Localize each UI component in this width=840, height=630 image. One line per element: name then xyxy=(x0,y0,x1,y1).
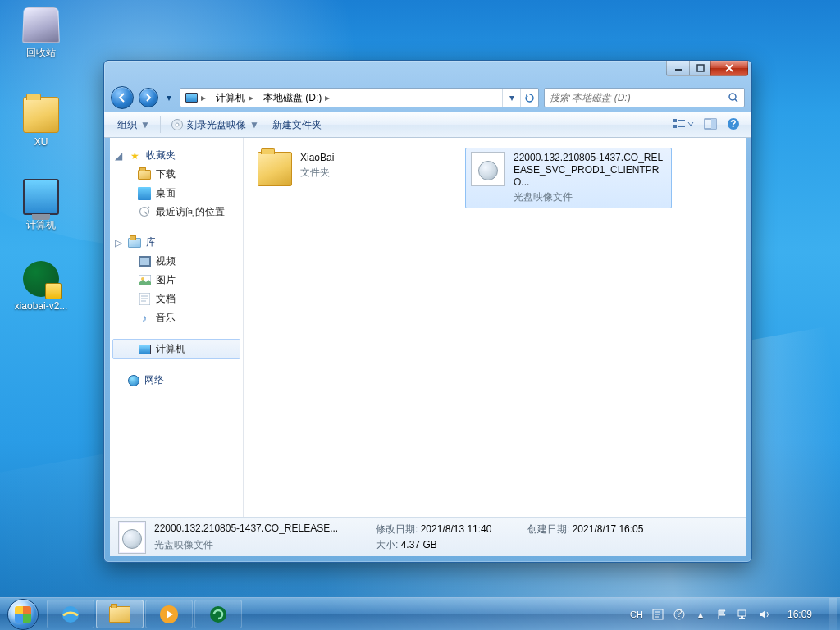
address-dropdown[interactable]: ▾ xyxy=(502,89,520,107)
details-modified: 2021/8/13 11:40 xyxy=(421,523,492,535)
recent-icon xyxy=(138,206,151,219)
show-desktop-button[interactable] xyxy=(829,598,837,630)
nav-documents[interactable]: 文档 xyxy=(110,290,243,308)
minimize-icon xyxy=(674,64,682,72)
network-tray-icon[interactable] xyxy=(737,608,750,621)
taskbar-media-player[interactable] xyxy=(145,600,193,628)
disc-image-icon xyxy=(118,521,146,554)
breadcrumb-root[interactable]: 计算机 xyxy=(216,91,245,105)
nav-network-header[interactable]: ▷网络 xyxy=(110,371,243,390)
desktop-icon-label: 回收站 xyxy=(10,46,72,60)
desktop-icon-label: 计算机 xyxy=(10,218,72,232)
folder-icon xyxy=(109,606,130,623)
svg-rect-6 xyxy=(673,125,677,128)
tray-expand-icon[interactable]: ▴ xyxy=(694,608,707,621)
svg-rect-8 xyxy=(678,126,685,127)
action-flag-icon[interactable] xyxy=(715,608,728,621)
app-icon xyxy=(23,261,59,297)
toolbar-organize-label: 组织 xyxy=(117,118,137,132)
system-tray: CH ? ▴ 16:09 xyxy=(627,598,840,630)
nav-libraries-header[interactable]: ▷库 xyxy=(110,233,243,252)
ime-indicator[interactable]: CH xyxy=(630,609,643,619)
desktop-icon-label: XU xyxy=(10,136,72,148)
nav-back-button[interactable] xyxy=(111,86,134,109)
toolbar-preview-button[interactable] xyxy=(699,117,722,133)
folder-icon xyxy=(138,170,151,180)
start-button[interactable] xyxy=(0,598,46,630)
nav-desktop[interactable]: 桌面 xyxy=(110,184,243,203)
search-input[interactable] xyxy=(550,92,728,103)
nav-forward-button[interactable] xyxy=(139,88,158,107)
nav-recent[interactable]: 最近访问的位置 xyxy=(110,203,243,221)
taskbar-explorer[interactable] xyxy=(96,600,144,628)
close-icon xyxy=(724,64,734,72)
help-icon: ? xyxy=(727,117,740,130)
nav-videos[interactable]: 视频 xyxy=(110,252,243,271)
taskbar[interactable]: CH ? ▴ 16:09 xyxy=(0,597,840,630)
address-bar[interactable]: ▸ 计算机▸ 本地磁盘 (D:)▸ ▾ xyxy=(180,88,539,107)
nav-music[interactable]: ♪音乐 xyxy=(110,308,243,327)
svg-rect-5 xyxy=(673,119,677,122)
titlebar[interactable] xyxy=(104,61,751,84)
window-body: ◢★收藏夹 下载 桌面 最近访问的位置 ▷库 视频 图片 文档 ♪音乐 计算机 … xyxy=(110,138,746,517)
arrow-left-icon xyxy=(117,93,127,103)
details-size: 4.37 GB xyxy=(401,539,437,550)
view-icon xyxy=(673,117,694,130)
file-name: XiaoBai xyxy=(300,152,453,164)
file-type: 文件夹 xyxy=(300,166,453,180)
svg-text:?: ? xyxy=(730,118,736,130)
toolbar-burn[interactable]: 刻录光盘映像 ▼ xyxy=(164,112,266,137)
file-item-folder[interactable]: XiaoBai 文件夹 xyxy=(252,148,459,190)
taskbar-clock[interactable]: 16:09 xyxy=(779,609,820,620)
folder-icon xyxy=(23,97,59,133)
details-name: 22000.132.210805-1437.CO_RELEASE... xyxy=(154,523,376,536)
taskbar-app[interactable] xyxy=(194,600,242,628)
close-button[interactable] xyxy=(710,61,748,76)
file-type: 光盘映像文件 xyxy=(514,190,666,204)
refresh-button[interactable] xyxy=(520,89,538,107)
nav-history-dropdown[interactable]: ▾ xyxy=(163,89,175,106)
desktop-icon-computer[interactable]: 计算机 xyxy=(10,179,72,232)
desktop-icon-xiaobai[interactable]: xiaobai-v2... xyxy=(10,261,72,312)
nav-pictures[interactable]: 图片 xyxy=(110,271,243,290)
nav-downloads[interactable]: 下载 xyxy=(110,165,243,184)
nav-computer[interactable]: 计算机 xyxy=(112,339,240,359)
nav-favorites-header[interactable]: ◢★收藏夹 xyxy=(110,146,243,165)
svg-rect-1 xyxy=(697,65,704,71)
svg-rect-25 xyxy=(738,610,746,616)
nav-pane[interactable]: ◢★收藏夹 下载 桌面 最近访问的位置 ▷库 视频 图片 文档 ♪音乐 计算机 … xyxy=(110,138,244,517)
ime-options-icon[interactable] xyxy=(651,608,664,621)
disc-image-icon xyxy=(471,152,505,186)
toolbar: 组织 ▼ 刻录光盘映像 ▼ 新建文件夹 ? xyxy=(104,112,751,138)
computer-icon xyxy=(139,345,151,354)
toolbar-organize[interactable]: 组织 ▼ xyxy=(111,112,157,137)
document-icon xyxy=(138,293,151,306)
breadcrumb-drive[interactable]: 本地磁盘 (D:) xyxy=(263,91,322,105)
svg-rect-10 xyxy=(711,119,716,129)
minimize-button[interactable] xyxy=(666,61,690,76)
file-list[interactable]: XiaoBai 文件夹 22000.132.210805-1437.CO_REL… xyxy=(244,138,746,517)
toolbar-newfolder[interactable]: 新建文件夹 xyxy=(266,112,328,137)
preview-pane-icon xyxy=(704,117,717,130)
toolbar-view-button[interactable] xyxy=(668,117,699,133)
explorer-window: ▾ ▸ 计算机▸ 本地磁盘 (D:)▸ ▾ 组织 ▼ 刻录光盘映像 ▼ 新建文件… xyxy=(103,60,752,563)
svg-rect-0 xyxy=(675,69,682,71)
file-name: 22000.132.210805-1437.CO_RELEASE_SVC_PRO… xyxy=(514,152,666,189)
desktop-icon xyxy=(138,187,151,200)
wmp-icon xyxy=(158,604,180,625)
desktop-icon-folder-xu[interactable]: XU xyxy=(10,97,72,148)
volume-icon[interactable] xyxy=(758,608,771,621)
desktop-icon-recycle-bin[interactable]: 回收站 xyxy=(10,7,72,60)
svg-rect-7 xyxy=(678,120,685,121)
svg-point-21 xyxy=(210,606,226,623)
taskbar-ie[interactable] xyxy=(47,600,94,628)
svg-point-2 xyxy=(729,94,736,100)
ime-help-icon[interactable]: ? xyxy=(673,608,686,621)
libraries-icon xyxy=(128,238,141,248)
desktop-icon-label: xiaobai-v2... xyxy=(10,300,72,312)
search-box[interactable] xyxy=(544,88,745,107)
maximize-button[interactable] xyxy=(689,61,711,76)
file-item-iso[interactable]: 22000.132.210805-1437.CO_RELEASE_SVC_PRO… xyxy=(465,148,672,208)
toolbar-help-button[interactable]: ? xyxy=(722,117,745,133)
details-type: 光盘映像文件 xyxy=(154,538,376,552)
